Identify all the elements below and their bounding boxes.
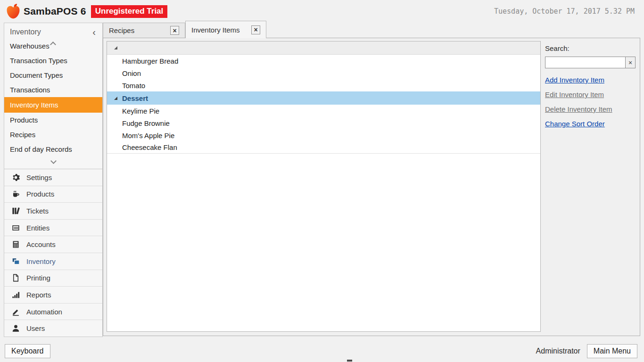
- tab-inventory-items[interactable]: Inventory Items×: [185, 21, 266, 38]
- clear-search-button[interactable]: ×: [625, 57, 635, 68]
- module-item-label: Automation: [26, 308, 62, 316]
- module-item-label: Reports: [26, 291, 51, 299]
- coffee-cup-icon: [11, 189, 20, 199]
- sambapos-logo-icon: [5, 2, 22, 20]
- tab-recipes[interactable]: Recipes×: [103, 23, 185, 38]
- module-item-reports[interactable]: Reports: [4, 286, 102, 303]
- module-item-accounts[interactable]: Accounts: [4, 236, 102, 253]
- inventory-group-empty: Hamburger BreadOnionTomato: [107, 41, 540, 91]
- pen-icon: [11, 307, 20, 316]
- action-links: Add Inventory ItemEdit Inventory ItemDel…: [545, 76, 636, 128]
- inventory-boxes-icon: [11, 256, 20, 266]
- collapse-sidebar-icon[interactable]: ‹: [91, 29, 98, 35]
- gear-icon: [11, 173, 20, 182]
- inventory-row-mom-s-apple-pie[interactable]: Mom's Apple Pie: [107, 129, 540, 141]
- module-item-label: Inventory: [26, 257, 56, 265]
- scroll-down-icon[interactable]: [50, 158, 57, 164]
- close-tab-icon[interactable]: ×: [170, 26, 179, 35]
- inventory-group-dessert: DessertKeylime PieFudge BrownieMom's App…: [107, 91, 540, 154]
- link-add-inventory-item[interactable]: Add Inventory Item: [545, 76, 636, 84]
- sidebar-item-recipes[interactable]: Recipes: [4, 127, 102, 142]
- module-item-label: Printing: [26, 274, 50, 282]
- inventory-list: Hamburger BreadOnionTomatoDessertKeylime…: [107, 41, 541, 332]
- footer: Keyboard Administrator Main Menu: [0, 340, 644, 362]
- sidebar-item-end-of-day-records[interactable]: End of day Records: [4, 142, 102, 156]
- tab-label: Recipes: [109, 26, 134, 34]
- inventory-row-cheesecake-flan[interactable]: Cheesecake Flan: [107, 141, 540, 154]
- group-expander-icon[interactable]: [114, 97, 117, 100]
- sidebar-item-inventory-items[interactable]: Inventory Items: [4, 97, 102, 113]
- calculator-icon: [11, 240, 20, 249]
- actions-panel: Search: × Add Inventory ItemEdit Invento…: [545, 44, 636, 134]
- top-bar: SambaPOS 6 Unregistered Trial Tuesday, O…: [0, 0, 644, 23]
- inventory-row-hamburger-bread[interactable]: Hamburger Bread: [107, 55, 540, 67]
- search-input[interactable]: [545, 57, 625, 68]
- storefront-icon: [11, 223, 20, 232]
- sidebar: Inventory ‹ WarehousesTransaction TypesD…: [4, 23, 103, 337]
- module-item-tickets[interactable]: Tickets: [4, 202, 102, 219]
- inventory-row-keylime-pie[interactable]: Keylime Pie: [107, 105, 540, 117]
- search-label: Search:: [545, 44, 636, 52]
- inventory-row-fudge-brownie[interactable]: Fudge Brownie: [107, 117, 540, 129]
- tab-bar: Recipes×Inventory Items×: [103, 21, 266, 38]
- module-item-label: Settings: [26, 173, 52, 181]
- link-delete-inventory-item: Delete Inventory Item: [545, 105, 636, 113]
- inventory-row-onion[interactable]: Onion: [107, 67, 540, 79]
- bottom-center-notch: [347, 360, 352, 362]
- sidebar-item-products[interactable]: Products: [4, 113, 102, 127]
- link-edit-inventory-item: Edit Inventory Item: [545, 90, 636, 99]
- module-item-automation[interactable]: Automation: [4, 303, 102, 320]
- content-panel: Hamburger BreadOnionTomatoDessertKeylime…: [103, 38, 640, 336]
- main-menu-button[interactable]: Main Menu: [587, 344, 637, 358]
- search-box: ×: [545, 57, 636, 68]
- keyboard-button[interactable]: Keyboard: [5, 344, 50, 358]
- link-change-sort-order[interactable]: Change Sort Order: [545, 120, 636, 128]
- sidebar-title: Inventory: [10, 28, 41, 36]
- module-item-label: Accounts: [26, 240, 56, 248]
- clock: Tuesday, October 17, 2017 5.32 PM: [494, 7, 635, 16]
- sidebar-nav-items: WarehousesTransaction TypesDocument Type…: [4, 41, 102, 156]
- group-header-dessert[interactable]: Dessert: [107, 91, 540, 105]
- document-icon: [11, 273, 20, 283]
- tab-label: Inventory Items: [191, 26, 240, 34]
- module-item-users[interactable]: Users: [4, 320, 102, 337]
- sidebar-nav: WarehousesTransaction TypesDocument Type…: [4, 41, 102, 168]
- module-item-label: Users: [26, 324, 45, 332]
- sidebar-modules: SettingsProductsTicketsEntitiesAccountsI…: [4, 169, 102, 337]
- logged-in-user: Administrator: [536, 347, 580, 355]
- app-title: SambaPOS 6: [24, 6, 86, 17]
- module-item-entities[interactable]: Entities: [4, 219, 102, 236]
- footer-right: Administrator Main Menu: [536, 344, 637, 358]
- module-item-products[interactable]: Products: [4, 186, 102, 203]
- group-name: Dessert: [122, 94, 148, 102]
- module-item-label: Entities: [26, 224, 50, 232]
- group-expander-icon[interactable]: [114, 46, 117, 49]
- module-item-label: Tickets: [26, 207, 49, 215]
- sidebar-item-document-types[interactable]: Document Types: [4, 68, 102, 82]
- module-item-inventory[interactable]: Inventory: [4, 253, 102, 270]
- inventory-row-tomato[interactable]: Tomato: [107, 79, 540, 91]
- trial-badge: Unregistered Trial: [91, 5, 168, 18]
- person-icon: [11, 324, 20, 333]
- group-header-empty[interactable]: [107, 41, 540, 55]
- bar-chart-icon: [11, 290, 20, 299]
- sidebar-item-transaction-types[interactable]: Transaction Types: [4, 53, 102, 68]
- module-item-label: Products: [26, 190, 54, 198]
- sidebar-header: Inventory ‹: [4, 23, 102, 41]
- books-icon: [11, 206, 20, 215]
- sidebar-item-transactions[interactable]: Transactions: [4, 82, 102, 97]
- module-item-printing[interactable]: Printing: [4, 270, 102, 287]
- module-item-settings[interactable]: Settings: [4, 169, 102, 186]
- close-tab-icon[interactable]: ×: [251, 25, 260, 34]
